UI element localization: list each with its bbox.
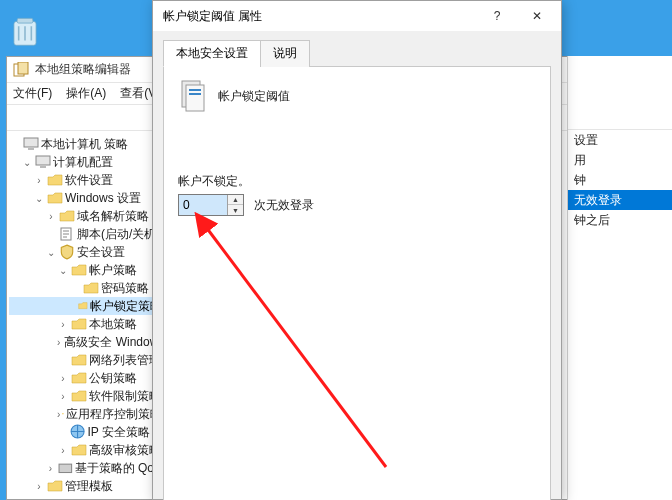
folder-icon: [71, 263, 87, 277]
dialog-titlebar[interactable]: 帐户锁定阈值 属性 ? ✕: [153, 1, 561, 31]
svg-rect-4: [24, 138, 38, 147]
folder-icon: [47, 173, 63, 187]
tree-root[interactable]: 本地计算机 策略: [9, 135, 162, 153]
tab-panel: 帐户锁定阈值 帐户不锁定。 ▲ ▼ 次无效登录: [163, 67, 551, 500]
svg-rect-13: [189, 89, 201, 91]
tree-advanced-firewall[interactable]: ›高级安全 Windows: [9, 333, 162, 351]
folder-icon: [71, 371, 87, 385]
threshold-spinner[interactable]: ▲ ▼: [178, 194, 244, 216]
folder-icon: [71, 389, 87, 403]
globe-icon: [70, 425, 85, 439]
folder-icon: [47, 191, 63, 205]
help-button[interactable]: ?: [477, 2, 517, 30]
policy-icon: [178, 79, 208, 113]
script-icon: [59, 227, 75, 241]
folder-icon: [71, 317, 87, 331]
svg-rect-14: [189, 93, 201, 95]
policy-tree[interactable]: 本地计算机 策略 ⌄计算机配置 ›软件设置 ⌄Windows 设置 ›域名解析策…: [7, 131, 165, 499]
annotation-arrow: [196, 217, 436, 500]
list-item[interactable]: 钟: [568, 170, 672, 190]
list-item[interactable]: 钟之后: [568, 210, 672, 230]
close-button[interactable]: ✕: [517, 2, 557, 30]
svg-rect-6: [36, 156, 50, 165]
list-item[interactable]: 用: [568, 150, 672, 170]
list-item[interactable]: 无效登录: [568, 190, 672, 210]
dialog-title: 帐户锁定阈值 属性: [163, 8, 477, 25]
tree-qos[interactable]: ›基于策略的 QoS: [9, 459, 162, 477]
svg-rect-12: [186, 85, 204, 111]
folder-icon: [71, 443, 87, 457]
qos-icon: [58, 461, 73, 475]
tree-password-policy[interactable]: 密码策略: [9, 279, 162, 297]
tree-network-list[interactable]: 网络列表管理: [9, 351, 162, 369]
right-partial-pane: 设置 用 钟 无效登录 钟之后: [567, 56, 672, 500]
svg-rect-3: [18, 62, 28, 74]
field-label: 帐户不锁定。: [178, 173, 536, 190]
spin-down-button[interactable]: ▼: [228, 205, 243, 215]
tab-explain[interactable]: 说明: [260, 40, 310, 67]
menu-action[interactable]: 操作(A): [66, 85, 106, 102]
spin-up-button[interactable]: ▲: [228, 195, 243, 205]
svg-line-15: [206, 227, 386, 467]
tree-advanced-audit[interactable]: ›高级审核策略: [9, 441, 162, 459]
tab-local-security[interactable]: 本地安全设置: [163, 40, 261, 67]
tree-windows-settings[interactable]: ⌄Windows 设置: [9, 189, 162, 207]
svg-rect-10: [59, 464, 72, 472]
computer-icon: [35, 155, 51, 169]
folder-icon: [71, 353, 87, 367]
folder-icon: [59, 209, 75, 223]
recycle-bin-icon[interactable]: [6, 12, 46, 52]
shield-icon: [59, 245, 75, 259]
tree-scripts[interactable]: 脚本(启动/关机): [9, 225, 162, 243]
svg-rect-7: [40, 166, 46, 168]
tree-app-control[interactable]: ›应用程序控制策略: [9, 405, 162, 423]
threshold-suffix: 次无效登录: [254, 197, 314, 214]
tree-software-settings[interactable]: ›软件设置: [9, 171, 162, 189]
tree-ip-security[interactable]: IP 安全策略，: [9, 423, 162, 441]
properties-dialog: 帐户锁定阈值 属性 ? ✕ 本地安全设置 说明 帐户锁定阈值 帐户不锁定。: [152, 0, 562, 500]
folder-icon: [83, 281, 99, 295]
tree-account-policies[interactable]: ⌄帐户策略: [9, 261, 162, 279]
tree-software-restriction[interactable]: ›软件限制策略: [9, 387, 162, 405]
folder-icon: [47, 479, 63, 493]
svg-rect-1: [17, 18, 33, 23]
computer-icon: [23, 137, 39, 151]
tree-computer-config[interactable]: ⌄计算机配置: [9, 153, 162, 171]
tree-name-resolution[interactable]: ›域名解析策略: [9, 207, 162, 225]
folder-icon: [62, 407, 64, 421]
menu-file[interactable]: 文件(F): [13, 85, 52, 102]
threshold-input[interactable]: [179, 195, 227, 215]
editor-app-icon: [13, 62, 29, 78]
list-header[interactable]: 设置: [568, 130, 672, 150]
tree-security-settings[interactable]: ⌄安全设置: [9, 243, 162, 261]
dialog-tabstrip: 本地安全设置 说明: [163, 39, 551, 67]
tree-local-policies[interactable]: ›本地策略: [9, 315, 162, 333]
folder-icon: [78, 299, 88, 313]
editor-title-text: 本地组策略编辑器: [35, 61, 131, 78]
tree-public-key[interactable]: ›公钥策略: [9, 369, 162, 387]
tree-lockout-policy[interactable]: 帐户锁定策略: [9, 297, 162, 315]
policy-name-label: 帐户锁定阈值: [218, 88, 290, 105]
tree-admin-templates[interactable]: ›管理模板: [9, 477, 162, 495]
svg-rect-5: [28, 148, 34, 150]
